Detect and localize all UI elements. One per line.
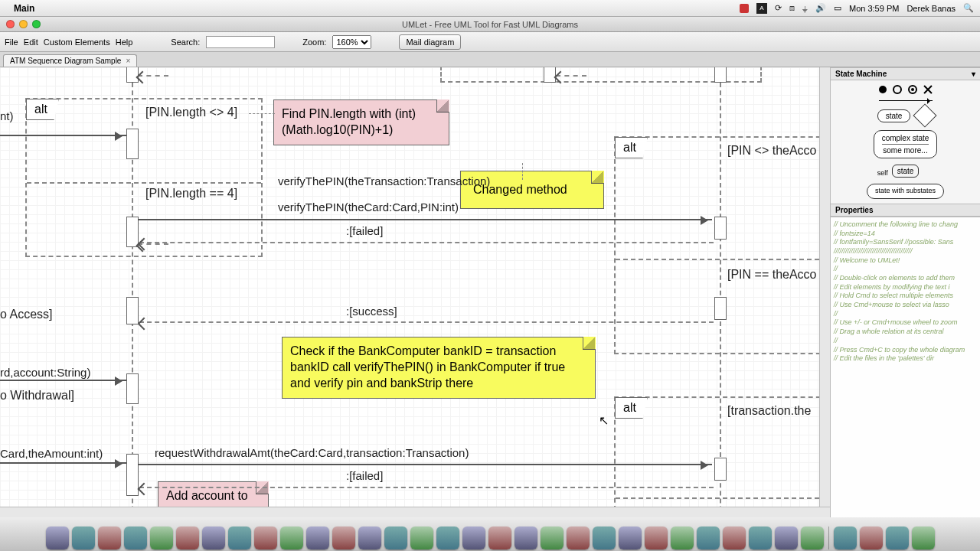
dock-safari-icon[interactable] (124, 527, 147, 549)
dock-finder-icon[interactable] (46, 527, 69, 549)
battery-icon[interactable]: ▭ (834, 3, 841, 13)
final-state-icon[interactable] (893, 85, 902, 94)
terminate-icon[interactable] (923, 85, 933, 94)
menu-edit[interactable]: Edit (24, 37, 38, 47)
activation-box[interactable] (544, 67, 556, 83)
dock-app-icon[interactable] (671, 527, 694, 549)
dock-app-icon[interactable] (384, 527, 407, 549)
dock-calendar-icon[interactable] (202, 527, 225, 549)
minimize-window-button[interactable] (19, 20, 28, 28)
transition-arrow-icon[interactable] (879, 100, 933, 101)
dock-app-icon[interactable] (593, 527, 616, 549)
menu-custom[interactable]: Custom Elements (44, 37, 110, 47)
palette-state[interactable]: state (877, 109, 911, 122)
dock-firefox-icon[interactable] (150, 527, 173, 549)
message-arrow[interactable] (0, 135, 126, 136)
sync-icon[interactable]: ⟳ (775, 3, 782, 13)
diagram-canvas[interactable]: alt [PIN.length <> 4] [PIN.length == 4] … (0, 67, 831, 517)
message-arrow[interactable] (0, 462, 126, 464)
zoom-window-button[interactable] (32, 20, 41, 28)
tab-close-icon[interactable]: × (126, 57, 130, 65)
vertical-scrollbar[interactable] (819, 67, 830, 507)
activation-box[interactable] (126, 129, 139, 159)
dock-eclipse-icon[interactable] (749, 527, 772, 549)
palette: state complex state some more... self st… (831, 80, 980, 204)
message-return[interactable] (139, 242, 714, 243)
user-name[interactable]: Derek Banas (906, 4, 956, 13)
decision-icon[interactable] (913, 103, 937, 127)
zoom-select[interactable]: 160% (332, 35, 371, 49)
mail-diagram-button[interactable]: Mail diagram (399, 34, 461, 50)
dock-app-icon[interactable] (436, 527, 459, 549)
activation-box[interactable] (126, 373, 139, 404)
palette-self-state[interactable]: self state (892, 165, 920, 178)
side-panels: State Machine ▾ state complex state some… (831, 67, 980, 517)
message-arrow[interactable] (138, 219, 712, 220)
dock-app-icon[interactable] (332, 527, 355, 549)
dock-appstore-icon[interactable] (254, 527, 277, 549)
tab-atm-sequence[interactable]: ATM Sequence Diagram Sample × (3, 54, 137, 67)
activation-box[interactable] (714, 67, 727, 83)
alt-fragment-1[interactable]: alt (25, 98, 263, 257)
dock-app-icon[interactable] (834, 527, 857, 549)
message-return[interactable] (556, 75, 586, 77)
note-check-bank[interactable]: Check if the BankComputer bankID = trans… (282, 337, 596, 398)
activation-box[interactable] (126, 217, 139, 247)
dock-vlc-icon[interactable] (697, 527, 720, 549)
close-window-button[interactable] (6, 20, 15, 28)
dock-app-icon[interactable] (280, 527, 303, 549)
dock-app-icon[interactable] (306, 527, 329, 549)
volume-icon[interactable]: 🔊 (815, 3, 826, 13)
clock[interactable]: Mon 3:59 PM (849, 4, 899, 13)
dropbox-icon[interactable]: ⧈ (789, 3, 795, 13)
dock-illustrator-icon[interactable] (488, 527, 511, 549)
status-icon[interactable] (740, 4, 749, 13)
frame-fragment[interactable] (440, 67, 762, 83)
dock-photoshop-icon[interactable] (462, 527, 485, 549)
window-titlebar: UMLet - Free UML Tool for Fast UML Diagr… (0, 17, 980, 32)
message-return[interactable] (139, 321, 714, 323)
palette-title[interactable]: State Machine (835, 70, 972, 78)
note-find-pin[interactable]: Find PIN.length with (int)(Math.log10(PI… (273, 99, 449, 145)
dock-app-icon[interactable] (358, 527, 381, 549)
dock-app-icon[interactable] (72, 527, 95, 549)
menu-help[interactable]: Help (116, 37, 133, 47)
activation-box[interactable] (714, 217, 727, 240)
adobe-icon[interactable]: A (756, 3, 767, 14)
dock-acrobat-icon[interactable] (514, 527, 537, 549)
dock-app-icon[interactable] (541, 527, 564, 549)
initial-state-icon[interactable] (879, 86, 887, 93)
dock-app-icon[interactable] (410, 527, 433, 549)
dock-terminal-icon[interactable] (801, 527, 824, 549)
horizontal-scrollbar[interactable] (0, 507, 830, 517)
dock-app-icon[interactable] (645, 527, 668, 549)
dock-trash-icon[interactable] (912, 527, 935, 549)
menu-file[interactable]: File (5, 37, 18, 47)
dock-app-icon[interactable] (886, 527, 909, 549)
dock-app-icon[interactable] (619, 527, 642, 549)
dock-chrome-icon[interactable] (176, 527, 199, 549)
dock-skype-icon[interactable] (723, 527, 746, 549)
app-menu[interactable]: Main (14, 3, 34, 14)
spotlight-icon[interactable]: 🔍 (963, 3, 974, 13)
message-return[interactable] (138, 75, 168, 77)
dock-app-icon[interactable] (860, 527, 883, 549)
mouse-cursor-icon: ↖ (599, 413, 609, 428)
message-arrow[interactable] (0, 380, 126, 381)
dock-app-icon[interactable] (567, 527, 590, 549)
end-state-icon[interactable] (908, 85, 917, 94)
palette-complex-state[interactable]: complex state some more... (874, 130, 938, 158)
prop-line: ////////////////////////////////////////… (834, 247, 977, 256)
palette-state-substates[interactable]: state with substates (867, 184, 944, 199)
activation-box[interactable] (126, 454, 139, 496)
dock-app-icon[interactable] (775, 527, 798, 549)
app-toolbar: File Edit Custom Elements Help Search: Z… (0, 32, 980, 52)
dock-app-icon[interactable] (98, 527, 121, 549)
dock-itunes-icon[interactable] (228, 527, 251, 549)
wifi-icon[interactable]: ⏚ (802, 4, 808, 13)
search-input[interactable] (206, 36, 275, 48)
properties-panel[interactable]: // Uncomment the following line to chang… (831, 217, 980, 517)
palette-dropdown-icon[interactable]: ▾ (972, 70, 975, 78)
activation-box[interactable] (714, 297, 727, 320)
activation-box[interactable] (126, 297, 139, 324)
